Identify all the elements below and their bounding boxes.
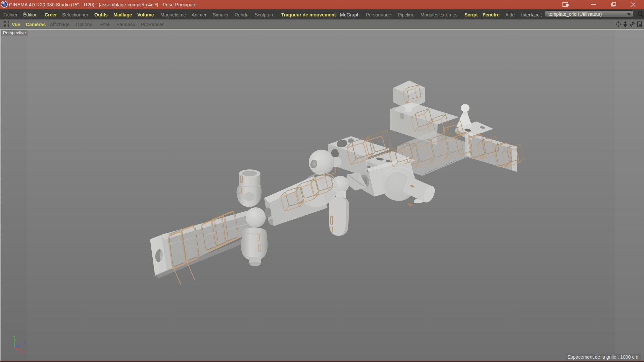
svg-text:Y: Y [13, 335, 15, 340]
svg-text:-Z: -Z [21, 341, 25, 345]
svg-text:X: X [20, 350, 23, 354]
